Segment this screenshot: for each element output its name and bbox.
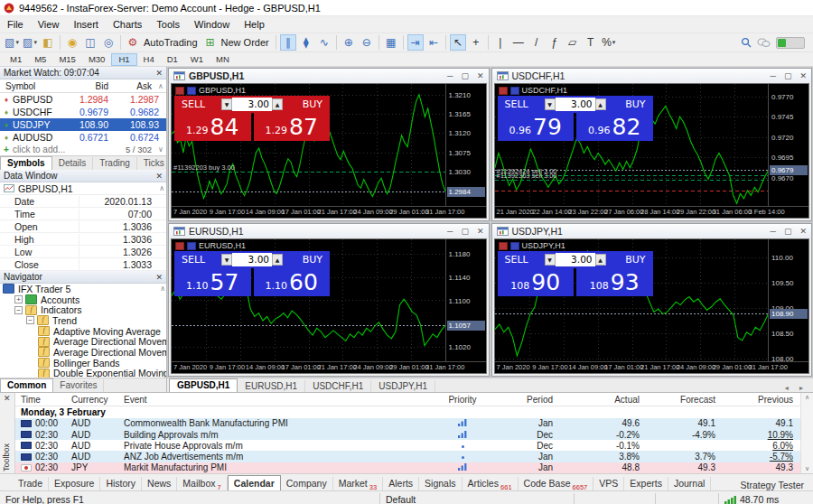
sell-price[interactable]: 1.2984 — [174, 113, 251, 141]
buy-button[interactable]: BUY — [606, 98, 653, 110]
volume-increase-button[interactable]: ▲ — [272, 98, 283, 110]
chat-icon[interactable] — [757, 38, 771, 48]
status-profile[interactable]: Default — [379, 493, 574, 504]
tab-scroll-arrows[interactable]: ◂ ▸ — [785, 384, 813, 392]
scroll-up-icon[interactable]: ∧ — [155, 82, 166, 90]
volume-increase-button[interactable]: ▲ — [595, 98, 606, 110]
add-symbol-label[interactable]: click to add... — [13, 145, 65, 154]
maximize-icon[interactable]: ▢ — [784, 71, 792, 80]
navigator-tab-favorites[interactable]: Favorites — [53, 379, 104, 392]
graphical-objects-button[interactable]: ▱ — [565, 34, 581, 51]
vertical-line-button[interactable]: | — [492, 34, 509, 51]
volume-input[interactable]: 3.00 — [232, 253, 272, 266]
calendar-event-row[interactable]: 00:00AUDCommonwealth Bank Manufacturing … — [15, 418, 800, 429]
text-button[interactable]: T — [583, 34, 599, 51]
volume-decrease-button[interactable]: ▼ — [221, 98, 232, 110]
scroll-up-icon[interactable]: ∧ — [159, 184, 166, 192]
volume-input[interactable]: 3.00 — [556, 253, 595, 266]
maximize-icon[interactable]: ▢ — [784, 227, 792, 236]
add-symbol-icon[interactable]: + — [0, 145, 13, 154]
line-chart-button[interactable]: ∿ — [316, 34, 332, 51]
toolbox-tab-trade[interactable]: Trade — [13, 477, 49, 490]
minimize-icon[interactable]: ─ — [447, 71, 453, 80]
navigator-item-trend[interactable]: −fTrend — [0, 315, 166, 326]
search-icon[interactable] — [741, 37, 752, 48]
toolbox-tab-experts[interactable]: Experts — [624, 477, 668, 490]
timeframe-m1[interactable]: M1 — [4, 53, 28, 65]
menu-view[interactable]: View — [31, 18, 67, 31]
event-previous[interactable]: -5.7% — [715, 452, 800, 462]
chart-canvas[interactable]: GBPUSD,H1SELL▼3.00▲BUY1.29841.2987#11392… — [171, 83, 487, 219]
buy-price[interactable]: 10893 — [576, 268, 653, 296]
close-icon[interactable]: ✕ — [477, 227, 484, 236]
tree-expand-icon[interactable]: + — [14, 295, 23, 303]
bar-chart-button[interactable]: ∥ — [280, 34, 296, 51]
zoom-out-button[interactable]: ⊖ — [359, 34, 375, 51]
auto-scroll-button[interactable]: ⇥ — [407, 34, 424, 51]
maximize-icon[interactable]: ▢ — [461, 71, 469, 80]
buy-button[interactable]: BUY — [283, 254, 330, 266]
event-previous[interactable]: 10.9% — [715, 430, 800, 440]
market-watch-row-gbpusd[interactable]: ♦GBPUSD1.29841.2987 — [0, 93, 166, 106]
one-click-collapse-icon[interactable] — [499, 242, 508, 250]
sell-button[interactable]: SELL — [174, 254, 221, 266]
chart-plot[interactable]: USDJPY,H1SELL▼3.00▲BUY1089010893 — [495, 239, 769, 361]
fibonacci-button[interactable]: ƒ — [547, 34, 563, 51]
volume-increase-button[interactable]: ▲ — [595, 254, 606, 266]
calendar-event-row[interactable]: 02:30JPYMarkit Manufacturing PMIJan48.84… — [15, 462, 800, 473]
navigator-item-indicators[interactable]: −fIndicators — [0, 304, 166, 315]
navigator-item-average-directional-movement[interactable]: fAverage Directional Movement — [0, 336, 166, 347]
close-icon[interactable]: ✕ — [155, 273, 163, 282]
menu-file[interactable]: File — [0, 18, 31, 31]
data-window-toggle-button[interactable]: ◫ — [82, 34, 98, 51]
market-watch-tab-details[interactable]: Details — [52, 157, 94, 170]
new-order-icon[interactable]: ⊞ — [202, 34, 219, 51]
one-click-collapse-icon[interactable] — [175, 242, 184, 250]
cursor-button[interactable]: ↖ — [450, 34, 466, 51]
buy-button[interactable]: BUY — [283, 98, 330, 110]
chart-canvas[interactable]: USDJPY,H1SELL▼3.00▲BUY1089010893110.0010… — [494, 238, 810, 374]
menu-tools[interactable]: Tools — [149, 18, 187, 31]
menu-window[interactable]: Window — [187, 18, 237, 31]
navigator-item-double-exponential-moving-av[interactable]: fDouble Exponential Moving Av — [0, 369, 166, 378]
toolbox-tab-journal[interactable]: Journal — [668, 477, 711, 490]
timeframe-m30[interactable]: M30 — [82, 53, 111, 65]
calendar-event-row[interactable]: 02:30AUDBuilding Approvals m/mDec-0.2%-4… — [15, 429, 800, 440]
navigator-item-ifx-trader-5[interactable]: IFX Trader 5 — [0, 284, 166, 294]
market-watch-toggle-button[interactable]: ◉ — [64, 34, 80, 51]
buy-price[interactable]: 1.1060 — [254, 268, 331, 296]
horizontal-line-button[interactable]: — — [510, 34, 527, 51]
close-icon[interactable]: ✕ — [477, 71, 484, 80]
sell-button[interactable]: SELL — [174, 98, 221, 110]
navigator-item-average-directional-movement[interactable]: fAverage Directional Movement — [0, 347, 166, 358]
toolbox-tab-vps[interactable]: VPS — [593, 477, 624, 490]
layout-button[interactable]: ◧ — [40, 34, 56, 51]
trendline-button[interactable]: / — [528, 34, 545, 51]
toolbox-tab-articles[interactable]: Articles 661 — [463, 477, 519, 490]
buy-price[interactable]: 1.2987 — [254, 113, 331, 141]
navigator-tab-common[interactable]: Common — [0, 378, 53, 392]
zoom-in-button[interactable]: ⊕ — [341, 34, 357, 51]
one-click-collapse-icon[interactable] — [175, 87, 184, 95]
candlestick-chart-button[interactable]: ⧫ — [298, 34, 314, 51]
sell-price[interactable]: 1.1057 — [174, 268, 251, 296]
scroll-up-icon[interactable]: ∧ — [160, 285, 165, 293]
market-watch-add-row[interactable]: + click to add... 5 / 302 ∨ — [0, 144, 166, 155]
calendar-event-row[interactable]: 02:30AUDPrivate House Approvals m/mDec-0… — [15, 440, 800, 451]
sell-price[interactable]: 0.9679 — [498, 113, 575, 141]
tree-expand-icon[interactable]: − — [14, 306, 23, 314]
close-icon[interactable]: ✕ — [799, 227, 807, 236]
chart-window-titlebar[interactable]: USDCHF,H1─▢✕ — [492, 69, 812, 83]
chart-tab-usdjpy-h1[interactable]: USDJPY,H1 — [371, 380, 435, 392]
menu-charts[interactable]: Charts — [106, 18, 149, 31]
toolbox-tab-exposure[interactable]: Exposure — [49, 477, 100, 490]
chart-tab-gbpusd-h1[interactable]: GBPUSD,H1 — [169, 378, 238, 392]
menu-insert[interactable]: Insert — [66, 18, 106, 31]
toolbox-tab-company[interactable]: Company — [281, 477, 333, 490]
profiles-button[interactable]: ▨▾ — [22, 34, 38, 51]
navigator-item-bollinger-bands[interactable]: fBollinger Bands — [0, 358, 166, 369]
autotrading-icon[interactable]: ⚙ — [125, 34, 141, 51]
scroll-down-icon[interactable]: ∨ — [160, 369, 165, 377]
minimize-icon[interactable]: ─ — [771, 71, 776, 80]
navigator-item-adaptive-moving-average[interactable]: fAdaptive Moving Average — [0, 326, 166, 337]
